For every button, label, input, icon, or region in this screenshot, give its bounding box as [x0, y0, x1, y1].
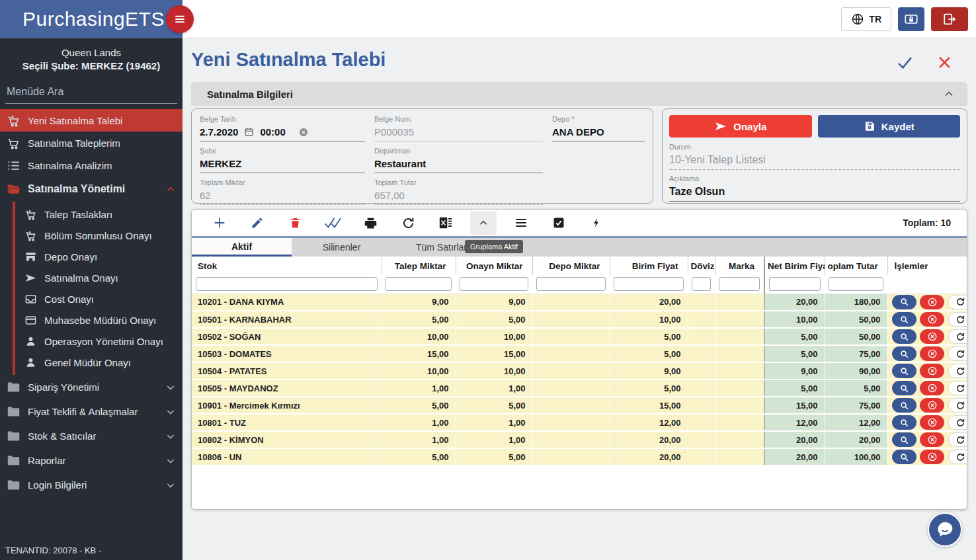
- row-detail-button[interactable]: [892, 364, 916, 378]
- row-refresh-button[interactable]: [948, 432, 967, 447]
- row-refresh-button[interactable]: [948, 364, 967, 378]
- filter-birim-input[interactable]: [614, 277, 684, 291]
- filter-net-input[interactable]: [769, 277, 821, 291]
- column-header[interactable]: oplam Tutar: [825, 257, 887, 275]
- table-row[interactable]: 10503 - DOMATES 15,00 15,00 5,00 5,00 75…: [192, 345, 967, 362]
- column-header[interactable]: Birim Fiyat: [610, 257, 688, 275]
- column-header[interactable]: Net Birim Fiyat: [764, 257, 825, 275]
- sube-field[interactable]: Şube MERKEZ: [200, 147, 365, 173]
- departman-field[interactable]: Departman Restaurant: [374, 147, 543, 173]
- sidebar-subitem[interactable]: Depo Onayı: [15, 246, 183, 267]
- belge-saat-value[interactable]: 00:00: [260, 126, 285, 138]
- clear-date-button[interactable]: [298, 127, 309, 138]
- column-header[interactable]: Stok: [192, 257, 382, 275]
- column-header[interactable]: Depo Miktar: [532, 257, 610, 275]
- table-row[interactable]: 10806 - UN 5,00 5,00 20,00 20,00 100,00: [192, 448, 967, 465]
- sidebar-subitem[interactable]: Bölüm Sorumlusu Onayı: [15, 225, 183, 246]
- page-close-button[interactable]: [936, 54, 953, 71]
- language-button[interactable]: TR: [841, 7, 891, 31]
- table-row[interactable]: 10504 - PATATES 10,00 10,00 9,00 9,00 90…: [192, 362, 967, 380]
- filter-tutar-input[interactable]: [829, 277, 883, 291]
- row-delete-button[interactable]: [920, 432, 944, 447]
- sidebar-item-satinalma-taleplerim[interactable]: Satınalma Taleplerim: [0, 132, 183, 154]
- page-approve-button[interactable]: [896, 54, 914, 71]
- sidebar-folder-item[interactable]: Raporlar: [0, 448, 183, 473]
- row-delete-button[interactable]: [920, 381, 944, 395]
- belge-tarih-field[interactable]: Belge Tarih 2.7.2020 00:00: [200, 115, 365, 141]
- row-refresh-button[interactable]: [948, 295, 967, 309]
- filter-depo-input[interactable]: [536, 277, 606, 291]
- row-detail-button[interactable]: [892, 346, 916, 361]
- row-delete-button[interactable]: [920, 312, 944, 327]
- row-detail-button[interactable]: [892, 415, 916, 430]
- table-row[interactable]: 10901 - Mercimek Kırmızı 5,00 5,00 15,00…: [192, 397, 967, 414]
- filter-marka-input[interactable]: [719, 277, 760, 291]
- print-button[interactable]: [357, 211, 384, 235]
- row-delete-button[interactable]: [920, 364, 944, 378]
- table-row[interactable]: 10801 - TUZ 1,00 1,00 12,00 12,00 12,00: [192, 414, 967, 431]
- menu-rows-button[interactable]: [508, 211, 534, 235]
- add-row-button[interactable]: [206, 211, 233, 235]
- row-refresh-button[interactable]: [948, 415, 967, 430]
- table-row[interactable]: 10501 - KARNABAHAR 5,00 5,00 10,00 10,00…: [192, 311, 967, 328]
- approve-button[interactable]: Onayla: [669, 115, 812, 138]
- column-header[interactable]: İşlemler: [887, 257, 967, 275]
- excel-export-button[interactable]: [432, 211, 459, 235]
- grid-tab[interactable]: Silinenler: [292, 238, 391, 257]
- filter-stok-input[interactable]: [196, 277, 378, 291]
- depo-field[interactable]: Depo * ANA DEPO: [552, 115, 645, 141]
- filter-talep-input[interactable]: [386, 277, 452, 291]
- row-detail-button[interactable]: [892, 432, 916, 447]
- sidebar-item-satinalma-analizim[interactable]: Satınalma Analizim: [0, 154, 183, 177]
- column-header[interactable]: Onayn Miktar: [456, 257, 532, 275]
- table-row[interactable]: 10505 - MAYDANOZ 1,00 1,00 5,00 5,00 5,0…: [192, 380, 967, 397]
- sidebar-item-yeni-satinalma-talebi[interactable]: Yeni Satınalma Talebi: [0, 109, 183, 132]
- row-refresh-button[interactable]: [948, 450, 967, 464]
- row-delete-button[interactable]: [920, 295, 944, 309]
- calendar-icon[interactable]: [244, 127, 254, 137]
- aciklama-field[interactable]: Açıklama Taze Olsun: [669, 175, 960, 202]
- chat-button[interactable]: [928, 512, 962, 547]
- sidebar-subitem[interactable]: Cost Onayı: [15, 288, 183, 309]
- table-row[interactable]: 10502 - SOĞAN 10,00 10,00 5,00 5,00 50,0…: [192, 328, 967, 345]
- sidebar-subitem[interactable]: Muhasebe Müdürü Onayı: [15, 309, 183, 331]
- filter-onay-input[interactable]: [460, 277, 528, 291]
- sidebar-folder-item[interactable]: Stok & Satıcılar: [0, 424, 183, 448]
- sidebar-subitem[interactable]: Operasyon Yönetimi Onayı: [15, 331, 183, 352]
- delete-row-button[interactable]: [282, 211, 308, 235]
- table-row[interactable]: 10201 - DANA KIYMA 9,00 9,00 20,00 20,00…: [192, 294, 967, 311]
- approve-rows-button[interactable]: [319, 211, 346, 235]
- sidebar-subitem[interactable]: Satınalma Onayı: [15, 267, 183, 288]
- edit-row-button[interactable]: [244, 211, 270, 235]
- select-rows-button[interactable]: [546, 211, 572, 235]
- panel-collapse-button[interactable]: [942, 87, 956, 100]
- row-refresh-button[interactable]: [948, 398, 967, 413]
- row-delete-button[interactable]: [920, 450, 944, 464]
- sidebar-toggle-button[interactable]: [166, 5, 194, 33]
- row-refresh-button[interactable]: [948, 346, 967, 361]
- filter-doviz-input[interactable]: [692, 277, 711, 291]
- menu-search-input[interactable]: [5, 83, 177, 103]
- row-detail-button[interactable]: [892, 295, 916, 309]
- column-header[interactable]: Marka: [715, 257, 764, 275]
- save-button[interactable]: Kaydet: [818, 115, 961, 138]
- sidebar-folder-item[interactable]: Fiyat Teklifi & Anlaşmalar: [0, 399, 183, 424]
- column-header[interactable]: Talep Miktar: [382, 257, 456, 275]
- row-delete-button[interactable]: [920, 398, 944, 413]
- row-delete-button[interactable]: [920, 346, 944, 361]
- column-header[interactable]: Döviz: [688, 257, 715, 275]
- row-detail-button[interactable]: [892, 329, 916, 344]
- row-refresh-button[interactable]: [948, 329, 967, 344]
- sidebar-folder-item[interactable]: Sipariş Yönetimi: [0, 375, 183, 399]
- row-refresh-button[interactable]: [948, 381, 967, 395]
- sidebar-subitem[interactable]: Talep Taslakları: [15, 204, 183, 225]
- sidebar-folder-item[interactable]: Login Bilgileri: [0, 473, 183, 497]
- row-delete-button[interactable]: [920, 329, 944, 344]
- row-refresh-button[interactable]: [948, 312, 967, 327]
- logout-button[interactable]: [931, 7, 968, 31]
- row-detail-button[interactable]: [892, 381, 916, 395]
- quick-actions-button[interactable]: [583, 211, 610, 235]
- sidebar-subitem[interactable]: Genel Müdür Onayı: [15, 352, 183, 373]
- row-delete-button[interactable]: [920, 415, 944, 430]
- table-row[interactable]: 10802 - KİMYON 1,00 1,00 20,00 20,00 20,…: [192, 431, 967, 448]
